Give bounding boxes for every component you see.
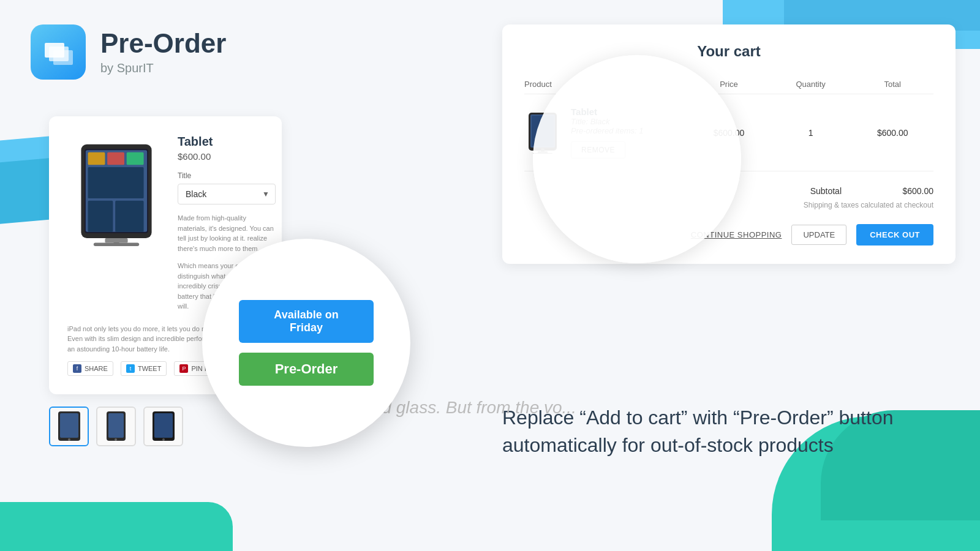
subtotal-value: $600.00 <box>891 186 933 196</box>
svg-rect-9 <box>88 167 144 198</box>
product-name: Tablet <box>178 135 276 149</box>
title-select[interactable]: Black White Silver <box>178 184 276 204</box>
svg-rect-19 <box>108 413 124 438</box>
svg-rect-14 <box>94 243 139 247</box>
cart-total-cell: $600.00 <box>851 128 933 138</box>
svg-rect-22 <box>154 413 173 438</box>
page-wrapper: Pre-Order by SpurIT <box>0 0 980 551</box>
zoom-overlay: Available on Friday Pre-Order <box>202 239 410 447</box>
app-logo-icon <box>42 36 75 69</box>
product-description-1: Made from high-quality materials, it's d… <box>178 213 276 253</box>
col-header-quantity: Quantity <box>770 80 852 89</box>
title-select-wrapper: Black White Silver ▼ <box>178 184 276 204</box>
update-button[interactable]: UPDATE <box>791 225 846 245</box>
tweet-button[interactable]: t TWEET <box>121 361 167 376</box>
checkout-button[interactable]: CheCK OuT <box>856 224 933 246</box>
col-header-total: Total <box>851 80 933 89</box>
svg-rect-11 <box>115 201 143 232</box>
svg-point-20 <box>115 438 117 441</box>
share-button[interactable]: f SHARE <box>67 361 113 376</box>
share-label: SHARE <box>85 365 108 372</box>
product-price: $600.00 <box>178 151 276 162</box>
available-button[interactable]: Available on Friday <box>239 300 374 343</box>
title-label: Title <box>178 171 276 180</box>
cart-zoom-circle <box>533 55 741 263</box>
thumbnail-1[interactable] <box>49 407 89 446</box>
app-icon <box>31 24 86 80</box>
cart-qty-cell: 1 <box>770 128 852 138</box>
subtotal-label: Subtotal <box>810 186 842 196</box>
svg-rect-10 <box>88 201 113 232</box>
svg-rect-2 <box>53 50 73 65</box>
app-title: Pre-Order <box>100 29 226 58</box>
right-panel: Your cart Product Price Quantity Total <box>478 0 980 551</box>
thumbnail-3[interactable] <box>143 407 183 446</box>
thumb2-svg <box>105 411 127 443</box>
svg-rect-16 <box>60 413 78 438</box>
facebook-icon: f <box>73 364 81 373</box>
svg-point-17 <box>68 438 70 441</box>
thumbnail-2[interactable] <box>96 407 136 446</box>
pinterest-icon: P <box>179 364 188 373</box>
svg-rect-7 <box>107 152 124 165</box>
app-title-block: Pre-Order by SpurIT <box>100 29 226 75</box>
preorder-button[interactable]: Pre-Order <box>239 353 374 386</box>
svg-rect-6 <box>88 152 105 165</box>
svg-point-23 <box>162 438 165 441</box>
product-main-image <box>67 135 165 257</box>
thumb3-svg <box>151 411 176 443</box>
cart-title: Your cart <box>524 43 933 60</box>
svg-rect-8 <box>127 152 144 165</box>
app-branding: Pre-Order by SpurIT <box>31 24 447 80</box>
app-subtitle: by SpurIT <box>100 61 226 75</box>
svg-rect-13 <box>105 238 127 242</box>
left-panel: Pre-Order by SpurIT <box>0 0 478 551</box>
thumb1-svg <box>56 411 82 443</box>
twitter-icon: t <box>126 364 135 373</box>
tweet-label: TWEET <box>138 365 162 372</box>
tablet-main-svg <box>77 143 156 249</box>
cart-card: Your cart Product Price Quantity Total <box>502 24 956 264</box>
